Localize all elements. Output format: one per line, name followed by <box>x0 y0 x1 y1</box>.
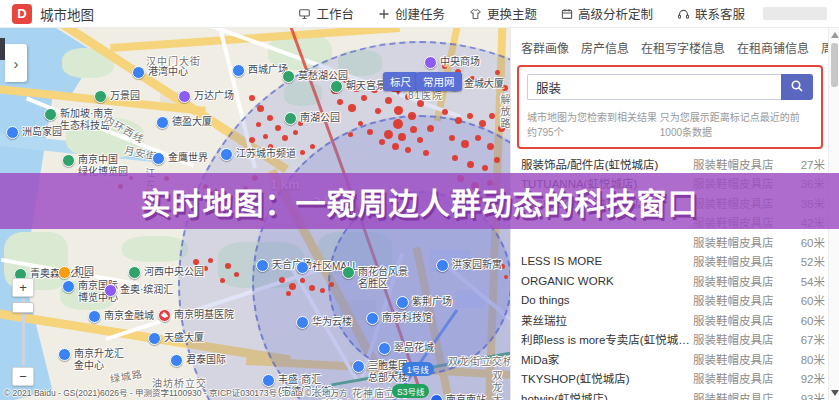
heat-dot <box>475 135 481 141</box>
poi-icon <box>284 112 297 125</box>
list-item[interactable]: 利郎less is more专卖店(虹悦城店)服装鞋帽皮具店67米 <box>521 330 825 350</box>
poi-label[interactable]: 万景园 <box>94 90 140 103</box>
list-item[interactable]: Do things服装鞋帽皮具店60米 <box>521 291 825 311</box>
poi-icon <box>152 152 165 165</box>
map-label-text: 天盛大厦 <box>164 332 204 344</box>
poi-label[interactable]: 南京科技馆 <box>366 312 432 325</box>
heat-dot <box>423 150 429 156</box>
menu-item-workbench[interactable]: 工作台 <box>298 4 354 23</box>
search-section: 城市地图为您检索到相关结果约795个 只为您展示距离标记点最近的前1000条数据 <box>517 65 823 149</box>
poi-label[interactable]: 南湖公园 <box>284 112 340 125</box>
change-theme-icon <box>469 8 482 20</box>
heat-dot <box>384 130 393 139</box>
menu-item-advanced-analysis[interactable]: 高级分析定制 <box>561 4 653 23</box>
heat-dot <box>427 125 434 132</box>
map-label-text: 雨花台风景 名胜区 <box>358 266 408 290</box>
scroll-down-arrow[interactable] <box>831 390 839 396</box>
poi-label[interactable]: 江苏城市频道 <box>220 148 296 161</box>
poi-label[interactable]: 南京南站 <box>430 394 486 400</box>
poi-icon <box>170 354 183 367</box>
list-item[interactable]: 莱丝瑞拉服装鞋帽皮具店60米 <box>521 310 825 330</box>
tab-1[interactable]: 客群画像 <box>521 39 569 56</box>
map-label-text: 金城大厦 <box>464 78 504 90</box>
poi-label[interactable]: 金奥·缤润汇 <box>104 284 173 297</box>
app-window: D 城市地图 工作台创建任务更换主题高级分析定制联系客服 <box>0 0 839 400</box>
map-label-text: 紫荆广场 <box>412 296 452 308</box>
poi-label[interactable]: 南京金融城 <box>88 310 154 323</box>
menu-item-create-task[interactable]: 创建任务 <box>378 4 445 23</box>
poi-label[interactable]: 雨花台风景 名胜区 <box>342 266 408 290</box>
app-logo[interactable]: D <box>12 4 32 24</box>
scroll-thumb[interactable] <box>831 43 838 87</box>
heat-dot <box>329 282 334 287</box>
heat-dot <box>358 121 363 126</box>
list-item[interactable]: TKYSHOP(虹悦城店)服装鞋帽皮具店92米 <box>521 369 825 389</box>
metro-line-badge: S3号线 <box>392 384 429 398</box>
shop-name: Do things <box>521 294 693 306</box>
banner-title: 实时地图：一窥周边人群动态的科技窗口 <box>141 179 699 223</box>
poi-label[interactable]: 南京升龙汇 金中心 <box>58 348 124 372</box>
list-item[interactable]: 服装饰品/配件店(虹悦城店)服装鞋帽皮具店27米 <box>521 154 825 174</box>
heat-dot <box>249 95 255 101</box>
heat-dot <box>482 165 488 171</box>
heat-dot <box>337 99 343 105</box>
poi-label[interactable]: 君泰国际 <box>170 354 226 367</box>
zoom-out-button[interactable]: − <box>12 367 34 386</box>
tab-4[interactable]: 在租商铺信息 <box>737 39 809 56</box>
menu-item-contact-support[interactable]: 联系客服 <box>677 4 745 23</box>
search-button[interactable] <box>781 74 813 100</box>
app-title: 城市地图 <box>40 4 94 24</box>
expand-sidebar-button[interactable]: › <box>5 44 27 82</box>
map-tool-button-1[interactable]: 标尺 <box>383 72 418 91</box>
heat-dot <box>267 115 273 121</box>
poi-label[interactable]: 三胞集团 总部大楼 <box>352 360 408 384</box>
poi-icon <box>178 90 191 103</box>
shop-category: 服装鞋帽皮具店 <box>693 253 774 269</box>
poi-label[interactable]: 港湾中心 <box>132 66 188 79</box>
poi-label[interactable]: 万达广场 <box>178 90 234 103</box>
map-label-text: 南京南站 <box>446 394 486 400</box>
heat-dot <box>489 113 495 119</box>
shop-category: 服装鞋帽皮具店 <box>693 234 774 250</box>
search-input[interactable] <box>527 74 781 100</box>
tab-3[interactable]: 在租写字楼信息 <box>641 39 725 56</box>
zoom-slider-thumb[interactable] <box>12 302 34 313</box>
map-label-text: 洪家园新寓 <box>452 259 502 271</box>
poi-icon <box>62 154 75 167</box>
poi-label[interactable]: 河西中央公园 <box>128 266 204 279</box>
map-label-text: 中央商场 <box>440 56 480 68</box>
poi-label[interactable]: 翠品花城 <box>378 342 434 355</box>
poi-label[interactable]: 华为云楼 <box>296 316 352 329</box>
list-item[interactable]: 服装鞋帽皮具店60米 <box>521 232 825 252</box>
user-account-redacted[interactable] <box>763 7 827 20</box>
list-item[interactable]: ORGANIC WORK服装鞋帽皮具店54米 <box>521 271 825 291</box>
heat-dot <box>348 132 353 137</box>
scroll-up-arrow[interactable] <box>831 32 839 38</box>
poi-icon <box>352 360 365 373</box>
workbench-icon <box>298 8 311 20</box>
poi-label[interactable]: 中央商场 <box>424 56 480 69</box>
list-item[interactable]: MiDa家服装鞋帽皮具店80米 <box>521 349 825 369</box>
poi-icon <box>44 108 57 121</box>
poi-label[interactable]: 德盈大厦 <box>156 116 212 129</box>
poi-label[interactable]: 金鹰世界 <box>152 152 208 165</box>
poi-icon <box>256 259 269 272</box>
poi-label[interactable]: 天盛大厦 <box>148 332 204 345</box>
poi-label[interactable]: 洪家园新寓 <box>436 259 502 272</box>
result-limit-text: 只为您展示距离标记点最近的前1000条数据 <box>660 109 813 139</box>
list-item[interactable]: LESS IS MORE服装鞋帽皮具店52米 <box>521 252 825 272</box>
poi-icon <box>6 126 19 139</box>
shop-name: 服装饰品/配件店(虹悦城店) <box>521 156 693 172</box>
contact-support-icon <box>677 8 690 20</box>
poi-label[interactable]: 洲岛家园 <box>6 126 62 139</box>
zoom-in-button[interactable]: + <box>12 278 34 297</box>
shop-category: 服装鞋帽皮具店 <box>693 312 774 328</box>
list-item[interactable]: hotwin(虹悦城店)服装鞋帽皮具店93米 <box>521 388 825 400</box>
map-tool-button-2[interactable]: 常用网 <box>416 72 462 91</box>
menu-item-change-theme[interactable]: 更换主题 <box>469 4 537 23</box>
poi-label[interactable]: 西城广场 <box>232 64 288 77</box>
poi-label[interactable]: 和园 <box>58 266 94 279</box>
poi-label[interactable]: 紫荆广场 <box>396 296 452 309</box>
poi-label[interactable]: +南京明基医院 <box>158 309 234 322</box>
tab-2[interactable]: 房产信息 <box>581 39 629 56</box>
